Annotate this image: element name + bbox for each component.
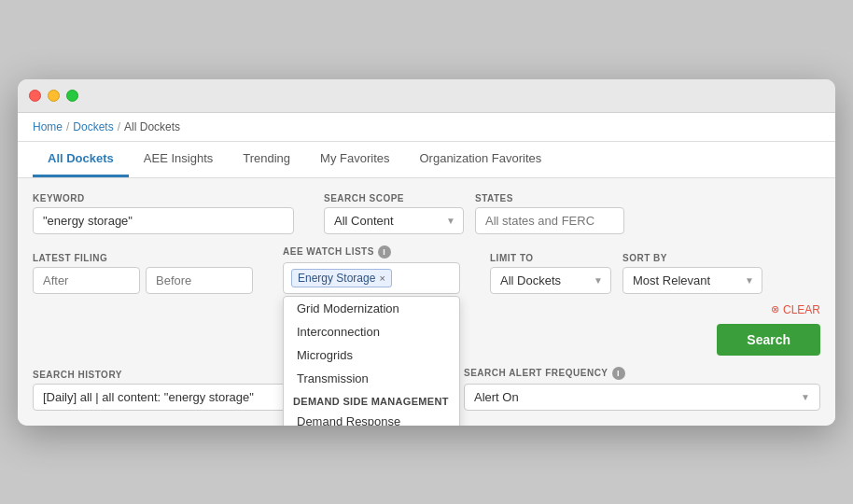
breadcrumb: Home / Dockets / All Dockets xyxy=(18,113,835,142)
before-input[interactable] xyxy=(146,267,253,294)
dropdown-item[interactable]: Microgrids xyxy=(284,343,459,367)
watchlist-tag: Energy Storage × xyxy=(291,269,392,287)
watchlist-label-text: AEE WATCH LISTS xyxy=(283,246,374,257)
limit-to-group: LIMIT TO All Dockets ▼ xyxy=(490,253,611,294)
alert-freq-label-text: SEARCH ALERT FREQUENCY xyxy=(464,368,608,378)
search-row-1: KEYWORD SEARCH SCOPE All Content ▼ STATE… xyxy=(33,193,820,234)
after-input[interactable] xyxy=(33,267,140,294)
tab-all-dockets[interactable]: All Dockets xyxy=(33,142,129,177)
watchlist-dropdown: Grid ModernizationInterconnectionMicrogr… xyxy=(283,296,460,426)
title-bar xyxy=(18,79,835,113)
clear-label: CLEAR xyxy=(783,303,820,316)
clear-icon: ⊗ xyxy=(771,303,779,315)
dropdown-item[interactable]: Interconnection xyxy=(284,320,459,343)
breadcrumb-dockets[interactable]: Dockets xyxy=(73,120,113,133)
breadcrumb-sep2: / xyxy=(118,120,120,133)
tab-organization-favorites[interactable]: Organization Favorites xyxy=(404,142,556,177)
app-window: Home / Dockets / All Dockets All Dockets… xyxy=(18,79,835,426)
alert-freq-info-icon[interactable]: i xyxy=(612,367,625,380)
minimize-button[interactable] xyxy=(48,90,60,102)
alert-freq-group: SEARCH ALERT FREQUENCY i Alert On ▼ xyxy=(464,367,820,411)
watchlist-box[interactable]: Energy Storage × xyxy=(283,262,460,294)
traffic-lights xyxy=(29,90,78,102)
limit-to-select[interactable]: All Dockets ▼ xyxy=(490,267,611,294)
dropdown-item[interactable]: Demand Response xyxy=(284,410,459,426)
clear-button[interactable]: ⊗ CLEAR xyxy=(771,303,820,316)
search-button[interactable]: Search xyxy=(717,324,820,356)
alert-freq-label: SEARCH ALERT FREQUENCY i xyxy=(464,367,820,380)
watchlist-tag-text: Energy Storage xyxy=(298,272,375,285)
breadcrumb-current: All Dockets xyxy=(124,120,180,133)
limit-to-value: All Dockets xyxy=(500,273,561,287)
tab-my-favorites[interactable]: My Favorites xyxy=(305,142,404,177)
latest-filing-group: LATEST FILING xyxy=(33,253,253,294)
breadcrumb-sep1: / xyxy=(66,120,69,133)
limit-to-label: LIMIT TO xyxy=(490,253,611,263)
latest-filing-label: LATEST FILING xyxy=(33,253,253,263)
tab-aee-insights[interactable]: AEE Insights xyxy=(129,142,228,177)
sort-by-label: SORT BY xyxy=(622,253,762,263)
search-scope-label: SEARCH SCOPE xyxy=(324,193,464,203)
sort-by-select[interactable]: Most Relevant ▼ xyxy=(622,267,762,294)
tab-trending[interactable]: Trending xyxy=(228,142,305,177)
search-scope-value: All Content xyxy=(334,214,394,228)
content-area: KEYWORD SEARCH SCOPE All Content ▼ STATE… xyxy=(18,178,835,426)
watchlist-label: AEE WATCH LISTS i xyxy=(283,245,460,259)
sort-by-group: SORT BY Most Relevant ▼ xyxy=(622,253,762,294)
close-button[interactable] xyxy=(29,90,41,102)
dropdown-item[interactable]: Grid Modernization xyxy=(284,297,459,320)
watchlist-info-icon[interactable]: i xyxy=(378,245,391,259)
sort-by-value: Most Relevant xyxy=(633,273,710,287)
keyword-group: KEYWORD xyxy=(33,193,294,234)
tabs-bar: All Dockets AEE Insights Trending My Fav… xyxy=(18,142,835,178)
search-row-2: LATEST FILING AEE WATCH LISTS i Energy S… xyxy=(33,245,820,294)
alert-freq-value: Alert On xyxy=(474,390,519,404)
alert-freq-arrow: ▼ xyxy=(801,392,810,402)
breadcrumb-home[interactable]: Home xyxy=(33,120,63,133)
states-input[interactable] xyxy=(475,207,624,234)
dropdown-scroll[interactable]: Grid ModernizationInterconnectionMicrogr… xyxy=(284,297,459,426)
states-label: STATES xyxy=(475,193,624,203)
maximize-button[interactable] xyxy=(66,90,78,102)
dropdown-item[interactable]: Transmission xyxy=(284,367,459,390)
states-group: STATES xyxy=(475,193,624,234)
keyword-input[interactable] xyxy=(33,207,294,234)
alert-freq-select[interactable]: Alert On ▼ xyxy=(464,384,820,411)
dropdown-category: DEMAND SIDE MANAGEMENT xyxy=(284,390,459,410)
search-scope-select[interactable]: All Content ▼ xyxy=(324,207,464,234)
limit-to-arrow: ▼ xyxy=(594,275,603,286)
keyword-label: KEYWORD xyxy=(33,193,294,203)
watchlist-tag-remove[interactable]: × xyxy=(379,273,385,284)
search-scope-group: SEARCH SCOPE All Content ▼ xyxy=(324,193,464,234)
watchlist-group: AEE WATCH LISTS i Energy Storage × Grid … xyxy=(283,245,460,294)
search-scope-arrow: ▼ xyxy=(446,216,455,226)
sort-by-arrow: ▼ xyxy=(745,275,754,286)
